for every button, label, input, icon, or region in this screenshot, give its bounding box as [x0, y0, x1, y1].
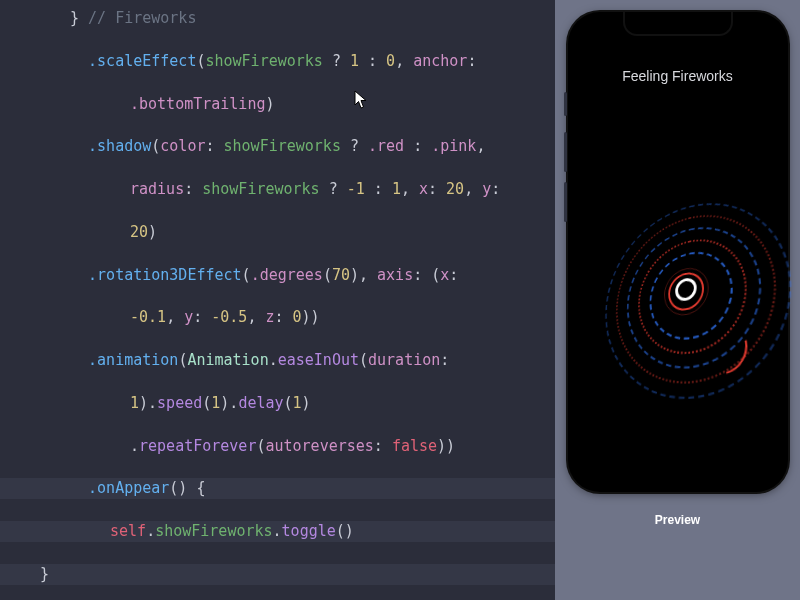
device-side-button	[564, 92, 567, 116]
app-title: Feeling Fireworks	[568, 66, 788, 86]
device-notch	[623, 12, 733, 36]
code-editor[interactable]: } // Fireworks .scaleEffect(showFirework…	[0, 0, 555, 600]
preview-label: Preview	[655, 512, 700, 529]
firework-animation	[621, 204, 777, 377]
method-onAppear: .onAppear	[88, 479, 169, 497]
device-side-button	[564, 182, 567, 222]
method-shadow: .shadow	[88, 137, 151, 155]
method-scaleEffect: .scaleEffect	[88, 52, 196, 70]
brace: }	[70, 9, 88, 27]
code-comment: // Fireworks	[88, 9, 196, 27]
method-rotation3DEffect: .rotation3DEffect	[88, 266, 242, 284]
enum-bottomTrailing: .bottomTrailing	[130, 95, 265, 113]
device-frame: Feeling Fireworks	[568, 12, 788, 492]
method-animation: .animation	[88, 351, 178, 369]
device-side-button	[564, 132, 567, 172]
preview-pane[interactable]: Feeling Fireworks Preview	[555, 0, 800, 600]
